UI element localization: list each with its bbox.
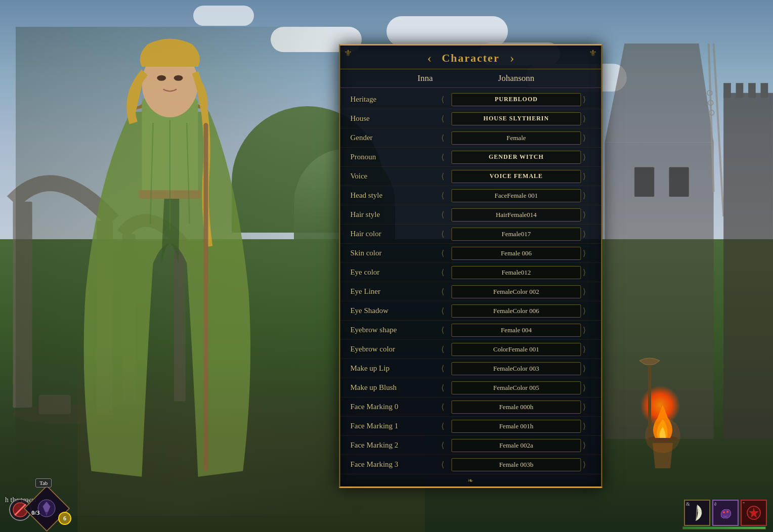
tab-label: Tab: [39, 480, 48, 486]
health-bar: [682, 526, 766, 529]
attr-value-18[interactable]: Female 002a: [451, 439, 581, 452]
attr-row-0[interactable]: Heritage⟨PUREBLOOD⟩: [340, 90, 601, 109]
panel-corner-tl: ⚜: [344, 48, 352, 59]
character-last-name: Johansonn: [491, 73, 541, 83]
attr-value-6[interactable]: HairFemale014: [451, 208, 581, 221]
scroll-left-10: ⟨: [441, 287, 449, 296]
svg-point-8: [157, 75, 166, 81]
attr-label-12: Eyebrow shape: [350, 326, 441, 334]
hotbar-slot-1[interactable]: &: [684, 500, 710, 526]
svg-rect-25: [736, 83, 744, 98]
attr-value-wrapper-12: ⟨Female 004⟩: [441, 324, 591, 337]
attr-row-5[interactable]: Head style⟨FaceFemale 001⟩: [340, 186, 601, 205]
attr-value-19[interactable]: Female 003b: [451, 458, 581, 471]
dragon-icon: [717, 505, 734, 521]
spell-counter-text: 0/3: [31, 509, 40, 517]
attr-row-17[interactable]: Face Marking 1⟨Female 001h⟩: [340, 417, 601, 436]
attr-value-wrapper-2: ⟨Female⟩: [441, 131, 591, 145]
attr-value-13[interactable]: ColorFemale 001: [451, 343, 581, 356]
panel-corner-tr: ⚜: [589, 48, 597, 59]
attr-value-wrapper-14: ⟨FemaleColor 003⟩: [441, 362, 591, 375]
scroll-right-17: ⟩: [583, 421, 591, 431]
attr-row-19[interactable]: Face Marking 3⟨Female 003b⟩: [340, 455, 601, 474]
attr-row-9[interactable]: Eye color⟨Female012⟩: [340, 263, 601, 282]
attr-label-14: Make up Lip: [350, 364, 441, 373]
attr-value-9[interactable]: Female012: [451, 266, 581, 279]
attr-row-13[interactable]: Eyebrow color⟨ColorFemale 001⟩: [340, 340, 601, 359]
panel-nav-right[interactable]: ›: [510, 52, 514, 65]
counter-value: 0/3: [31, 509, 40, 516]
attr-label-10: Eye Liner: [350, 287, 441, 296]
attr-value-wrapper-5: ⟨FaceFemale 001⟩: [441, 189, 591, 202]
attr-row-15[interactable]: Make up Blush⟨FemaleColor 005⟩: [340, 378, 601, 397]
panel-header: ⚜ ⚜ ‹ Character ›: [340, 46, 601, 69]
attr-value-16[interactable]: Female 000h: [451, 401, 581, 414]
attr-row-11[interactable]: Eye Shadow⟨FemaleColor 006⟩: [340, 301, 601, 321]
attr-row-4[interactable]: Voice⟨VOICE FEMALE⟩: [340, 167, 601, 186]
panel-scroll-bottom: ❧: [340, 476, 601, 486]
attr-row-16[interactable]: Face Marking 0⟨Female 000h⟩: [340, 397, 601, 417]
svg-point-34: [723, 511, 725, 513]
attr-label-9: Eye color: [350, 268, 441, 277]
attr-row-3[interactable]: Pronoun⟨GENDER WITCH⟩: [340, 148, 601, 167]
attr-value-wrapper-18: ⟨Female 002a⟩: [441, 439, 591, 452]
svg-point-9: [174, 75, 183, 81]
scroll-right-10: ⟩: [583, 287, 591, 296]
attr-label-0: Heritage: [350, 95, 441, 104]
attr-value-1[interactable]: HOUSE SLYTHERIN: [451, 112, 581, 125]
attr-value-14[interactable]: FemaleColor 003: [451, 362, 581, 375]
scroll-left-15: ⟨: [441, 383, 449, 392]
attr-value-wrapper-10: ⟨FemaleColor 002⟩: [441, 285, 591, 298]
attr-value-wrapper-9: ⟨Female012⟩: [441, 266, 591, 279]
attr-row-7[interactable]: Hair color⟨Female017⟩: [340, 225, 601, 244]
names-row: Inna Johansonn: [340, 69, 601, 88]
attr-value-12[interactable]: Female 004: [451, 324, 581, 337]
scroll-left-1: ⟨: [441, 114, 449, 123]
panel-nav-left[interactable]: ‹: [427, 52, 432, 65]
attr-row-6[interactable]: Hair style⟨HairFemale014⟩: [340, 205, 601, 225]
scroll-right-16: ⟩: [583, 402, 591, 412]
attr-value-wrapper-13: ⟨ColorFemale 001⟩: [441, 343, 591, 356]
hotbar-key-2: ê: [714, 501, 716, 507]
attribute-list: Heritage⟨PUREBLOOD⟩House⟨HOUSE SLYTHERIN…: [340, 88, 601, 476]
scroll-right-18: ⟩: [583, 440, 591, 450]
attr-label-11: Eye Shadow: [350, 306, 441, 315]
attr-value-3[interactable]: GENDER WITCH: [451, 151, 581, 164]
attr-value-2[interactable]: Female: [451, 131, 581, 145]
cloud-2: [386, 16, 508, 47]
attr-value-15[interactable]: FemaleColor 005: [451, 381, 581, 394]
attr-value-17[interactable]: Female 001h: [451, 420, 581, 433]
attr-value-8[interactable]: Female 006: [451, 247, 581, 260]
attr-value-0[interactable]: PUREBLOOD: [451, 93, 581, 106]
attr-value-wrapper-8: ⟨Female 006⟩: [441, 247, 591, 260]
hotbar-slot-3[interactable]: ": [741, 500, 767, 526]
svg-rect-17: [669, 167, 689, 197]
attr-value-wrapper-3: ⟨GENDER WITCH⟩: [441, 151, 591, 164]
scroll-right-2: ⟩: [583, 133, 591, 143]
attr-label-17: Face Marking 1: [350, 422, 441, 430]
hotbar-slot-2[interactable]: ê: [712, 500, 739, 526]
attr-label-16: Face Marking 0: [350, 403, 441, 411]
attr-label-7: Hair color: [350, 230, 441, 238]
attr-label-4: Voice: [350, 172, 441, 181]
attr-row-10[interactable]: Eye Liner⟨FemaleColor 002⟩: [340, 282, 601, 301]
attr-label-15: Make up Blush: [350, 383, 441, 392]
svg-rect-24: [723, 83, 731, 98]
scroll-left-12: ⟨: [441, 325, 449, 335]
attr-row-1[interactable]: House⟨HOUSE SLYTHERIN⟩: [340, 109, 601, 128]
attr-value-5[interactable]: FaceFemale 001: [451, 189, 581, 202]
attr-value-11[interactable]: FemaleColor 006: [451, 304, 581, 318]
character-panel: ⚜ ⚜ ‹ Character › Inna Johansonn Heritag…: [339, 44, 602, 488]
attr-value-7[interactable]: Female017: [451, 228, 581, 241]
attr-row-18[interactable]: Face Marking 2⟨Female 002a⟩: [340, 436, 601, 455]
attr-label-6: Hair style: [350, 210, 441, 219]
hotbar: & ê ": [684, 500, 767, 526]
attr-value-4[interactable]: VOICE FEMALE: [451, 170, 581, 183]
attr-row-12[interactable]: Eyebrow shape⟨Female 004⟩: [340, 321, 601, 340]
attr-row-2[interactable]: Gender⟨Female⟩: [340, 128, 601, 148]
svg-rect-27: [761, 83, 768, 98]
attr-row-8[interactable]: Skin color⟨Female 006⟩: [340, 244, 601, 263]
scroll-left-0: ⟨: [441, 95, 449, 104]
attr-row-14[interactable]: Make up Lip⟨FemaleColor 003⟩: [340, 359, 601, 378]
attr-value-10[interactable]: FemaleColor 002: [451, 285, 581, 298]
